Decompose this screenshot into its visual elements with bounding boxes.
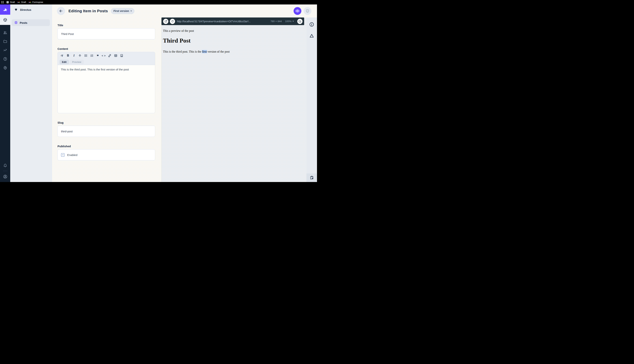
directus-logo[interactable] <box>0 4 10 15</box>
notifications-button[interactable] <box>0 161 10 170</box>
tab-edit[interactable]: Edit <box>60 60 69 64</box>
version-label: First version <box>114 10 129 12</box>
field-published: Published Enabled <box>58 145 155 160</box>
user-avatar-button[interactable] <box>0 172 10 181</box>
browser-tab-strip: 31 Draft Draft Formspree <box>0 0 317 4</box>
slug-input[interactable]: third-post <box>58 126 155 137</box>
browser-tab-label: Draft <box>10 1 15 4</box>
nav-panel: Directus Posts <box>10 4 52 182</box>
tab-grid-icon[interactable] <box>1 1 4 4</box>
italic-icon[interactable]: I <box>71 53 77 58</box>
gear-icon <box>3 66 7 70</box>
preview-url[interactable]: http://localhost:5173/4?preview=true&tok… <box>177 20 267 23</box>
page-header: Editing Item in Posts First version <box>52 4 317 18</box>
version-dropdown[interactable]: First version <box>111 8 135 14</box>
live-preview-toggle-button[interactable] <box>294 7 301 15</box>
main-area: Editing Item in Posts First version <box>52 4 317 182</box>
devices-icon <box>298 20 301 23</box>
module-users[interactable] <box>0 28 10 37</box>
image-icon[interactable] <box>119 53 125 58</box>
blockquote-icon[interactable]: ❞ <box>95 54 101 59</box>
markdown-editor: tT B I <box>58 52 155 113</box>
title-input-value: Third Post <box>61 32 74 36</box>
module-settings[interactable] <box>0 63 10 72</box>
pending-revisions-button[interactable] <box>306 174 317 182</box>
open-in-new-button[interactable] <box>163 19 168 24</box>
module-bar-divider <box>3 171 8 171</box>
strikethrough-icon[interactable] <box>77 53 83 58</box>
module-insights[interactable] <box>0 46 10 54</box>
sidebar-rail <box>306 18 317 182</box>
preview-iframe[interactable]: This a preview of the post Third Post Th… <box>162 25 306 182</box>
checkbox-label: Enabled <box>67 153 77 156</box>
svg-text:31: 31 <box>7 2 8 3</box>
promote-version-button[interactable] <box>304 7 311 15</box>
link-icon[interactable] <box>107 53 113 58</box>
field-label-title: Title <box>58 24 155 27</box>
page-title: Editing Item in Posts <box>69 9 108 13</box>
directus-rabbit-icon <box>2 7 8 13</box>
bold-icon[interactable]: B <box>65 53 71 58</box>
slug-input-value: third-post <box>61 130 73 133</box>
preview-url-bar: http://localhost:5173/4?preview=true&tok… <box>162 18 304 25</box>
help-icon <box>3 57 7 61</box>
zoom-value: 100% <box>285 20 292 23</box>
item-edit-form: Title Third Post Content tT B I <box>52 18 161 182</box>
back-button[interactable] <box>57 7 65 15</box>
chevron-down-icon <box>130 10 132 12</box>
sidebar-item-label: Posts <box>20 21 27 24</box>
field-title: Title Third Post <box>58 24 155 40</box>
delta-icon <box>309 33 314 38</box>
bullet-list-icon[interactable] <box>83 53 89 58</box>
device-size-button[interactable] <box>297 19 302 24</box>
live-preview-pane: http://localhost:5173/4?preview=true&tok… <box>162 18 306 182</box>
editor-tab-bar: Edit Preview <box>58 59 155 65</box>
format-size-icon[interactable]: tT <box>59 53 65 58</box>
open-in-new-icon <box>165 20 167 23</box>
users-icon <box>3 31 7 35</box>
insights-icon <box>3 48 7 52</box>
info-icon <box>309 22 314 27</box>
module-content[interactable] <box>0 15 10 25</box>
search-highlight: first <box>202 50 207 53</box>
refresh-button[interactable] <box>170 19 175 24</box>
content-textarea[interactable]: This is the third post. This is the firs… <box>58 65 155 113</box>
numbered-list-icon[interactable] <box>89 53 95 58</box>
code-icon[interactable]: < > <box>101 53 107 58</box>
field-slug: Slug third-post <box>58 121 155 137</box>
database-icon <box>14 21 18 24</box>
chevron-down-icon <box>292 21 294 22</box>
title-input[interactable]: Third Post <box>58 28 155 40</box>
browser-tab-label: Draft <box>21 1 26 4</box>
preview-intro-text: This a preview of the post <box>163 29 305 32</box>
published-toggle-row: Enabled <box>58 149 155 160</box>
field-content: Content tT B I <box>58 47 155 113</box>
field-label-content: Content <box>58 47 155 50</box>
indeterminate-checkbox[interactable] <box>61 153 65 157</box>
project-selector[interactable]: Directus <box>10 4 52 15</box>
zoom-select[interactable]: 100% <box>285 20 294 23</box>
module-help[interactable] <box>0 54 10 63</box>
calendar-icon: 31 <box>6 1 9 4</box>
refresh-icon <box>171 20 174 23</box>
arrow-left-icon <box>59 9 63 13</box>
table-icon[interactable] <box>113 53 119 58</box>
browser-tab-formspree[interactable]: Formspree <box>29 1 43 4</box>
gmail-icon <box>29 1 31 3</box>
info-sidebar-button[interactable] <box>308 20 316 28</box>
frame-dimensions: 780 × 844 <box>271 20 282 23</box>
sidebar-item-posts[interactable]: Posts <box>12 19 50 26</box>
preview-post-title: Third Post <box>163 37 305 44</box>
folder-icon <box>3 40 7 44</box>
module-bar <box>0 4 10 182</box>
module-files[interactable] <box>0 37 10 46</box>
browser-tab-draft-gmail[interactable]: Draft <box>18 1 26 4</box>
browser-tab-draft-calendar[interactable]: 31 Draft <box>6 1 15 4</box>
changes-sidebar-button[interactable] <box>308 32 316 40</box>
project-wedge-icon <box>14 8 18 12</box>
avatar-icon <box>3 174 8 179</box>
bell-icon <box>3 164 7 168</box>
tab-preview[interactable]: Preview <box>70 60 84 64</box>
cube-icon <box>3 18 7 22</box>
field-label-published: Published <box>58 145 155 148</box>
